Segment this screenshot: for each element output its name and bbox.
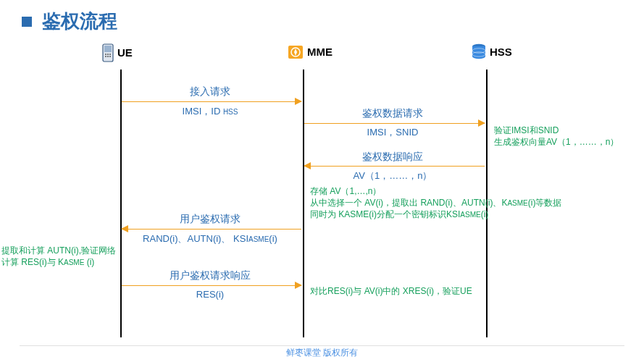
footer-divider [20,345,625,346]
svg-point-7 [109,56,111,57]
svg-rect-1 [104,46,112,52]
node-mme-label: MME [307,46,333,58]
msg1-label: 接入请求 [123,85,297,98]
node-ue-label: UE [117,46,133,59]
page-title: 鉴权流程 [42,9,117,34]
msg1-arrow [122,101,301,102]
phone-icon [101,43,114,64]
database-icon [471,43,487,63]
mme-icon [287,43,304,63]
node-hss: HSS [471,43,512,63]
msg1-sub: IMSI，ID HSS [123,105,297,118]
svg-point-6 [107,56,109,57]
msg5-label: 用户鉴权请求响应 [123,269,297,282]
note-hss: 验证IMSI和SNID 生成鉴权向量AV（1，……，n） [494,125,619,148]
node-mme: MME [287,43,333,63]
node-hss-label: HSS [490,46,512,58]
title-bar: 鉴权流程 [0,0,644,40]
msg4-label: 用户鉴权请求 [123,213,297,226]
node-ue: UE [101,43,133,64]
svg-point-2 [105,54,106,55]
svg-point-5 [105,56,106,57]
title-bullet-icon [22,17,32,27]
footer-text: 鲜枣课堂 版权所有 [0,347,644,359]
lifeline-mme [303,70,304,337]
svg-point-3 [107,54,109,55]
msg5-arrow [122,285,301,286]
lifeline-ue [120,70,122,337]
sequence-diagram: UE MME HSS 接入请求 IMSI，ID HSS 鉴权数据请求 IMSI，… [0,43,644,348]
msg2-label: 鉴权数据请求 [306,107,480,120]
msg3-sub: AV（1，……，n） [306,169,480,182]
msg4-arrow [122,229,301,230]
note-mme: 存储 AV（1,…,n） 从中选择一个 AV(i)，提取出 RAND(i)、AU… [310,185,629,221]
msg2-arrow [304,123,485,124]
svg-point-4 [109,54,111,55]
note-ue: 提取和计算 AUTN(i),验证网络 计算 RES(i)与 KASME (i) [1,245,123,268]
msg5-sub: RES(i) [123,289,297,300]
msg3-arrow [304,166,485,167]
note-verify: 对比RES(i)与 AV(i)中的 XRES(i)，验证UE [310,285,472,297]
msg4-sub: RAND(i)、AUTN(i)、 KSIASME(i) [123,232,297,245]
msg2-sub: IMSI，SNID [306,126,480,139]
msg3-label: 鉴权数据响应 [306,151,480,164]
